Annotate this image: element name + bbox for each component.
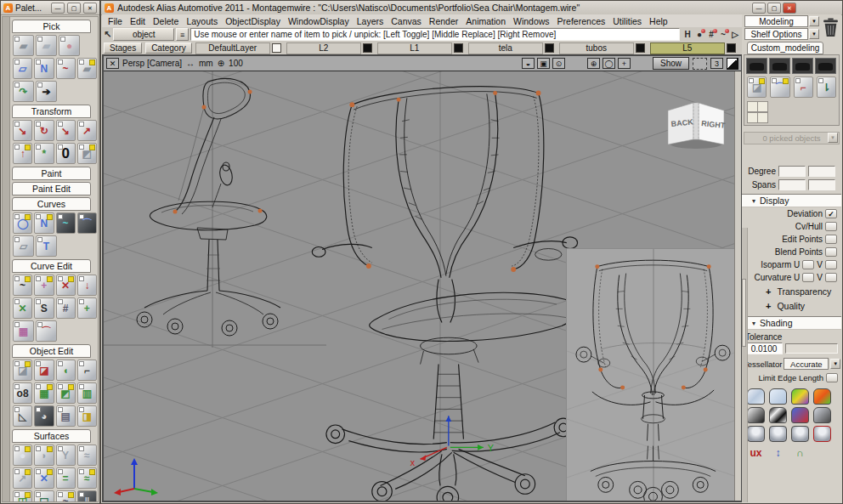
section-transparency[interactable]: +Transparency xyxy=(742,284,841,298)
close-button[interactable]: ✕ xyxy=(783,3,796,14)
palette-set-select[interactable]: Modeling xyxy=(744,15,808,27)
pan-icon[interactable]: + xyxy=(618,58,631,69)
grid-count-button[interactable]: 3 xyxy=(710,58,723,69)
pick-object-icon[interactable]: ▰ xyxy=(13,35,34,56)
palette-section-pick[interactable]: Pick xyxy=(12,20,91,33)
minmax-tool[interactable]: ↕ xyxy=(769,445,787,461)
shader-black[interactable] xyxy=(747,407,765,423)
lasso-icon[interactable]: ◯ xyxy=(603,58,615,69)
menu-layouts[interactable]: Layouts xyxy=(186,16,218,26)
patch-precision-icon[interactable]: ▦ xyxy=(34,382,54,404)
palette-titlebar[interactable]: A Palet... — ▢ ✕ xyxy=(1,1,99,15)
layer-l2[interactable]: L2 xyxy=(286,42,372,54)
palette-section-curve-edit[interactable]: Curve Edit xyxy=(12,259,91,273)
magnify-icon[interactable]: ⊙ xyxy=(552,58,565,69)
layer-defaultlayer[interactable]: DefaultLayer xyxy=(195,42,281,54)
extend-icon[interactable]: ◖ xyxy=(56,360,76,381)
pick-curve-icon[interactable]: N xyxy=(34,58,54,79)
offset-surface-icon[interactable]: ◨ xyxy=(77,405,97,427)
zero-transform-icon[interactable]: 0 xyxy=(56,143,76,164)
primitive-blob-icon[interactable]: ◗ xyxy=(34,445,54,466)
menu-windowdisplay[interactable]: WindowDisplay xyxy=(288,16,349,26)
menu-preferences[interactable]: Preferences xyxy=(557,16,606,26)
curve-edit-icon[interactable]: ~ xyxy=(13,275,32,296)
project-normal-icon[interactable]: ◩ xyxy=(56,382,76,404)
cut-curve-icon[interactable]: ✕ xyxy=(56,275,76,296)
new-text-icon[interactable]: T xyxy=(36,235,57,257)
snap-to-grid-icon[interactable]: # xyxy=(705,28,717,41)
menu-layers[interactable]: Layers xyxy=(357,16,384,26)
shelf-thumb-4[interactable] xyxy=(815,58,836,74)
new-curve-icon[interactable]: N xyxy=(34,212,54,234)
stages-button[interactable]: Stages xyxy=(104,42,142,54)
maximize-button[interactable]: ▢ xyxy=(767,3,781,14)
palette-section-surfaces[interactable]: Surfaces xyxy=(12,429,91,443)
shelf-tab[interactable]: Custom_modeling xyxy=(747,42,823,54)
front-view-subviewport[interactable] xyxy=(566,248,739,501)
menu-delete[interactable]: Delete xyxy=(153,16,178,26)
diagnostic-puck-arrow[interactable] xyxy=(813,426,831,442)
tessellator-select[interactable]: Accurate xyxy=(784,358,829,370)
pick-curve-cv-icon[interactable]: ~ xyxy=(56,58,76,79)
checkbox-edit-points[interactable] xyxy=(825,235,837,244)
marquee-button[interactable] xyxy=(693,58,707,70)
square-surface-icon[interactable]: ◰ xyxy=(13,490,32,502)
menu-animation[interactable]: Animation xyxy=(466,16,506,26)
attach-icon[interactable]: ◪ xyxy=(13,360,32,381)
diagnostic-puck-2[interactable] xyxy=(769,426,787,442)
canvas-scrollbar[interactable] xyxy=(734,71,741,501)
insert-isoparm-icon[interactable]: ▥ xyxy=(77,382,97,404)
set-pivot-icon[interactable]: ◩ xyxy=(77,143,97,164)
checkbox-deviation[interactable]: ✓ xyxy=(825,209,837,218)
grid-align-icon[interactable]: ▤ xyxy=(56,405,76,427)
limit-edge-checkbox[interactable] xyxy=(826,373,838,382)
shading-section-header[interactable]: ▾ Shading xyxy=(742,316,841,330)
tube-surface-icon[interactable]: ‖ xyxy=(77,490,97,502)
shader-gray[interactable] xyxy=(813,407,831,423)
palette-section-transform[interactable]: Transform xyxy=(12,105,91,118)
palette-section-curves[interactable]: Curves xyxy=(12,197,91,211)
shelf-thumb-3[interactable] xyxy=(792,58,813,74)
offset-curve-icon[interactable]: + xyxy=(77,297,97,319)
checkbox-curvature-u-v[interactable] xyxy=(825,273,837,282)
shader-multicolor[interactable] xyxy=(791,388,809,405)
shelf-thumb-1[interactable] xyxy=(746,58,767,74)
palette-section-paint[interactable]: Paint xyxy=(12,167,91,180)
layer-tubos[interactable]: tubos xyxy=(559,42,645,54)
move-icon[interactable]: ↘ xyxy=(13,120,32,141)
layer-label-tela[interactable]: tela xyxy=(468,42,543,54)
layer-swatch-l2[interactable] xyxy=(363,43,372,53)
layer-swatch-l5[interactable] xyxy=(727,43,736,53)
fit-curve-icon[interactable]: ▦ xyxy=(13,320,34,342)
freeform-blend-icon[interactable]: ≈ xyxy=(77,467,97,489)
minimize-button[interactable]: — xyxy=(752,3,766,14)
pick-box-icon[interactable]: ▱ xyxy=(13,58,32,79)
layer-swatch-l1[interactable] xyxy=(454,43,463,53)
pick-visible-icon[interactable]: ↷ xyxy=(13,81,34,102)
primitive-sphere-icon[interactable]: ● xyxy=(13,445,32,466)
query-edit-icon[interactable]: o8 xyxy=(13,382,32,404)
view-cube[interactable]: BACK RIGHT xyxy=(665,97,727,151)
right-panel-scrollbar[interactable] xyxy=(742,228,748,502)
measure-icon[interactable]: ◺ xyxy=(13,405,32,427)
main-titlebar[interactable]: A Autodesk Alias Automotive 2011 - Monta… xyxy=(101,1,842,15)
show-button[interactable]: Show xyxy=(653,57,689,70)
category-button[interactable]: Category xyxy=(145,42,192,54)
right-panel-scroll-thumb[interactable] xyxy=(742,279,746,347)
diagnostic-puck-3[interactable] xyxy=(791,426,809,442)
tolerance-slider[interactable] xyxy=(785,343,838,354)
curve-section-icon[interactable]: S xyxy=(34,297,54,319)
n-sided-surface-icon[interactable]: ~ xyxy=(56,490,76,502)
menu-utilities[interactable]: Utilities xyxy=(613,16,642,26)
checkbox-isoparm-u-v[interactable] xyxy=(825,260,837,269)
snap-to-point-icon[interactable]: ● xyxy=(693,28,705,41)
snap-to-curve-icon[interactable]: ~ xyxy=(717,28,729,41)
layer-swatch-defaultlayer[interactable] xyxy=(272,43,281,53)
palette-minimize-button[interactable]: — xyxy=(51,3,65,14)
project-curve-icon[interactable]: ↓ xyxy=(77,275,97,296)
curve-planarize-icon[interactable]: ⌒ xyxy=(36,320,57,342)
window-toggle-icon[interactable] xyxy=(727,58,738,70)
layer-l1[interactable]: L1 xyxy=(377,42,463,54)
shader-blue[interactable] xyxy=(791,407,809,423)
viewport-close-icon[interactable]: ✕ xyxy=(106,58,119,69)
